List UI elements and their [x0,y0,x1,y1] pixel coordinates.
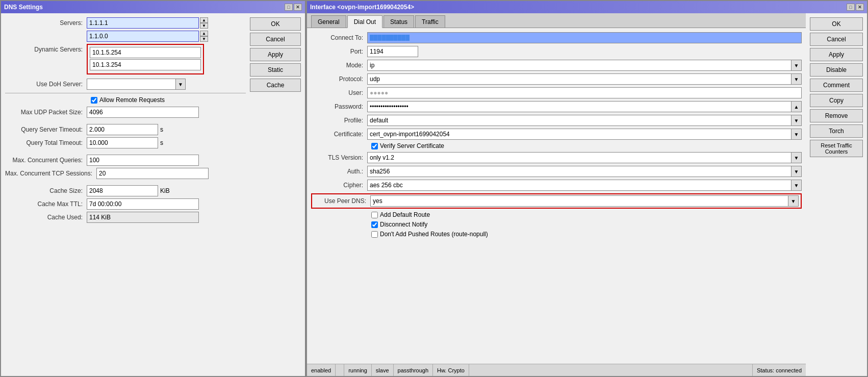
protocol-select[interactable] [367,73,792,85]
password-input[interactable] [367,101,792,112]
dynamic-servers-section: Dynamic Servers: [5,44,246,77]
cipher-row: Cipher: ▼ [311,180,802,191]
dns-cache-button[interactable]: Cache [250,79,301,92]
tab-general[interactable]: General [311,15,346,28]
query-total-timeout-label: Query Total Timeout: [5,139,87,146]
use-peer-dns-select[interactable] [370,195,788,207]
gap1 [5,120,246,124]
server2-input[interactable] [87,31,199,42]
add-default-route-checkbox[interactable] [371,212,378,218]
tab-dial-out[interactable]: Dial Out [347,15,382,28]
use-peer-dns-label: Use Peer DNS: [314,197,370,205]
tab-traffic[interactable]: Traffic [415,15,445,28]
query-server-timeout-unit: s [160,126,163,133]
disconnect-notify-row: Disconnect Notify [371,221,802,228]
cipher-select[interactable] [367,180,792,191]
port-row: Port: [311,46,802,57]
server1-spin-up[interactable]: ▲ [200,17,208,23]
auth-label: Auth.: [311,168,367,175]
server2-spin-down[interactable]: ▼ [200,36,208,42]
doh-dropdown-arrow[interactable]: ▼ [175,79,186,90]
user-label: User: [311,89,367,96]
dns-ok-button[interactable]: OK [250,17,301,31]
dns-button-panel: OK Cancel Apply Static Cache [250,17,301,372]
certificate-label: Certificate: [311,131,367,138]
dns-main-area: Servers: ▲ ▼ ▲ ▼ Dy [1,13,305,376]
server1-input[interactable] [87,17,199,29]
auth-select[interactable] [367,166,792,177]
verify-cert-checkbox[interactable] [371,143,378,149]
connect-to-input[interactable] [367,32,802,43]
dont-add-routes-row: Don't Add Pushed Routes (route-nopull) [371,231,802,238]
dns-static-button[interactable]: Static [250,63,301,77]
dyn-server1-input[interactable] [90,47,201,58]
iface-close-btn[interactable]: ✕ [856,4,864,11]
max-concurrent-tcp-row: Max. Concurrent TCP Sessions: [5,168,246,179]
max-concurrent-tcp-input[interactable] [96,168,209,179]
allow-remote-checkbox[interactable] [91,97,97,104]
cache-max-ttl-input[interactable] [87,198,199,210]
max-concurrent-queries-input[interactable] [87,155,199,166]
server2-spin-up[interactable]: ▲ [200,31,208,36]
status-empty1 [336,364,344,376]
max-udp-input[interactable] [87,107,199,118]
profile-dropdown-arrow[interactable]: ▼ [792,115,802,126]
tab-status[interactable]: Status [384,15,414,28]
iface-minimize-btn[interactable]: □ [847,4,855,11]
doh-row: Use DoH Server: ▼ [5,79,246,90]
user-input[interactable] [367,87,802,98]
certificate-select[interactable] [367,129,792,140]
iface-remove-button[interactable]: Remove [810,109,863,122]
doh-input[interactable] [87,79,176,90]
use-peer-dns-select-wrap: ▼ [370,195,799,207]
server2-row: ▲ ▼ [5,31,246,42]
tab-content-dial-out: Connect To: Port: Mode: ▼ [307,28,806,364]
iface-ok-button[interactable]: OK [810,17,863,31]
use-peer-dns-dropdown-arrow[interactable]: ▼ [788,195,799,207]
cipher-dropdown-arrow[interactable]: ▼ [792,180,802,191]
iface-copy-button[interactable]: Copy [810,94,863,107]
mode-select[interactable] [367,60,792,71]
add-default-route-row: Add Default Route [371,211,802,218]
tls-version-row: TLS Version: ▼ [311,152,802,163]
iface-reset-traffic-button[interactable]: Reset Traffic Counters [810,140,863,157]
dynamic-servers-label: Dynamic Servers: [5,44,87,53]
profile-select[interactable] [367,115,792,126]
protocol-dropdown-arrow[interactable]: ▼ [792,73,802,85]
mode-dropdown-arrow[interactable]: ▼ [792,60,802,71]
password-show-btn[interactable]: ▲ [792,101,802,112]
dns-cancel-button[interactable]: Cancel [250,33,301,46]
port-label: Port: [311,48,367,55]
mode-row: Mode: ▼ [311,60,802,71]
iface-cancel-button[interactable]: Cancel [810,33,863,46]
query-total-timeout-unit: s [160,139,163,146]
dns-close-btn[interactable]: ✕ [294,4,302,11]
protocol-label: Protocol: [311,76,367,83]
tls-version-dropdown-arrow[interactable]: ▼ [792,152,802,163]
iface-comment-button[interactable]: Comment [810,79,863,92]
disconnect-notify-checkbox[interactable] [371,221,378,228]
port-input[interactable] [367,46,418,57]
auth-dropdown-arrow[interactable]: ▼ [792,166,802,177]
certificate-select-wrap: ▼ [367,129,802,140]
tls-version-select[interactable] [367,152,792,163]
max-concurrent-queries-label: Max. Concurrent Queries: [5,157,87,164]
server1-spinner: ▲ ▼ [200,17,208,29]
password-label: Password: [311,103,367,110]
iface-disable-button[interactable]: Disable [810,63,863,77]
server1-spin-down[interactable]: ▼ [200,23,208,29]
dns-minimize-btn[interactable]: □ [285,4,293,11]
iface-apply-button[interactable]: Apply [810,48,863,61]
cache-size-input[interactable] [87,185,158,196]
cache-size-unit: KiB [160,187,170,194]
certificate-dropdown-arrow[interactable]: ▼ [792,129,802,140]
servers-row: Servers: ▲ ▼ [5,17,246,29]
dns-window-controls: □ ✕ [285,4,302,11]
query-total-timeout-input[interactable] [87,137,158,148]
iface-torch-button[interactable]: Torch [810,124,863,138]
dyn-server2-input[interactable] [90,59,201,70]
dns-apply-button[interactable]: Apply [250,48,301,61]
query-server-timeout-input[interactable] [87,124,158,135]
dont-add-routes-checkbox[interactable] [371,231,378,238]
allow-remote-label: Allow Remote Requests [99,96,165,104]
